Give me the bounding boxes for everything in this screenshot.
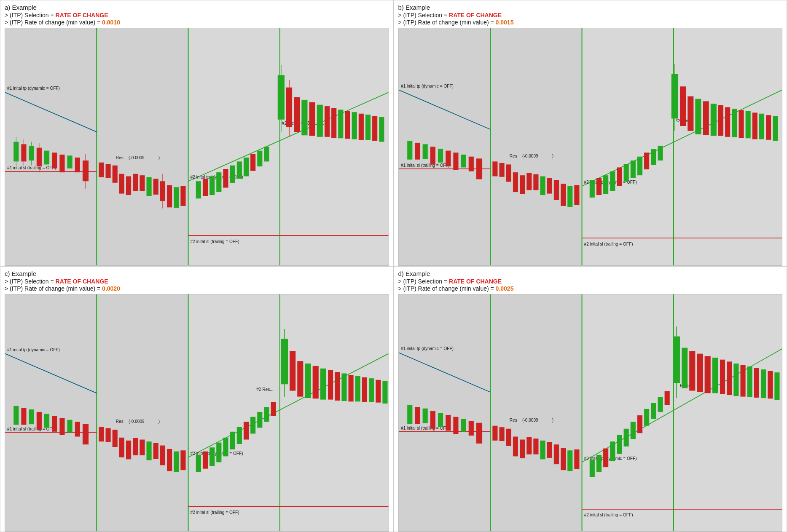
panel-b-line2: > (ITP) Rate of change (min value) = 0.0… <box>398 19 783 26</box>
svg-rect-276 <box>697 353 703 392</box>
svg-rect-44 <box>147 177 152 196</box>
svg-rect-248 <box>506 428 511 446</box>
svg-rect-199 <box>257 412 262 428</box>
svg-rect-80 <box>372 116 377 141</box>
svg-rect-218 <box>382 381 387 404</box>
svg-rect-242 <box>453 417 458 434</box>
svg-rect-178 <box>105 428 110 442</box>
svg-rect-190 <box>196 454 201 472</box>
panel-d: d) Example > (ITP) Selection = RATE OF C… <box>394 266 787 532</box>
svg-rect-124 <box>603 175 608 194</box>
svg-rect-268 <box>651 403 656 419</box>
svg-rect-198 <box>250 417 255 433</box>
svg-rect-287 <box>774 372 779 400</box>
svg-rect-209 <box>320 368 326 399</box>
svg-rect-55 <box>216 172 221 192</box>
svg-rect-285 <box>760 369 766 398</box>
svg-rect-126 <box>617 167 622 186</box>
svg-text:(-0.0009: (-0.0009 <box>129 155 145 160</box>
svg-text:(-0.0009: (-0.0009 <box>522 153 538 158</box>
svg-rect-180 <box>119 437 124 457</box>
svg-rect-72 <box>317 105 323 137</box>
panel-c-roc: 0.0020 <box>102 285 120 292</box>
svg-rect-143 <box>732 109 737 137</box>
svg-rect-102 <box>430 147 435 164</box>
svg-rect-239 <box>430 411 435 428</box>
svg-rect-46 <box>160 181 165 201</box>
panel-c-line2: > (ITP) Rate of change (min value) = 0.0… <box>5 285 389 292</box>
svg-rect-26 <box>37 148 42 167</box>
svg-text:#2 inital sl (trailing = OFF): #2 inital sl (trailing = OFF) <box>191 509 239 515</box>
svg-rect-74 <box>331 108 336 138</box>
svg-rect-255 <box>553 444 559 464</box>
svg-rect-122 <box>589 180 594 198</box>
svg-rect-257 <box>567 450 572 471</box>
svg-rect-101 <box>422 144 427 159</box>
svg-rect-188 <box>174 451 179 472</box>
svg-rect-215 <box>362 377 367 402</box>
svg-rect-205 <box>290 351 295 390</box>
svg-text:#1 inital sl (trailing = OFF): #1 inital sl (trailing = OFF) <box>7 165 56 170</box>
svg-rect-283 <box>747 366 752 397</box>
svg-rect-127 <box>623 164 629 182</box>
svg-rect-167 <box>13 406 19 425</box>
panel-b-header: b) Example > (ITP) Selection = RATE OF C… <box>398 4 783 26</box>
svg-rect-237 <box>415 407 420 424</box>
svg-rect-131 <box>651 149 656 165</box>
svg-rect-128 <box>630 160 635 178</box>
svg-rect-194 <box>223 437 228 456</box>
panel-b: b) Example > (ITP) Selection = RATE OF C… <box>394 0 787 266</box>
svg-rect-245 <box>476 422 482 443</box>
svg-rect-170 <box>37 412 42 429</box>
svg-text:#2 inital sl (trailing = OFF): #2 inital sl (trailing = OFF) <box>191 238 239 244</box>
svg-rect-168 <box>21 408 26 425</box>
panel-d-header: d) Example > (ITP) Selection = RATE OF C… <box>398 270 783 292</box>
panel-d-title: d) Example <box>398 270 783 277</box>
svg-rect-114 <box>526 173 532 190</box>
svg-text:#1 inital tp (dynamic = OFF): #1 inital tp (dynamic = OFF) <box>7 86 60 91</box>
svg-rect-275 <box>689 351 695 390</box>
svg-text:Res: Res <box>509 153 517 158</box>
svg-rect-216 <box>369 378 374 402</box>
svg-rect-45 <box>153 179 158 195</box>
panel-c-svg: #1 inital tp (dynamic = OFF) #1 inital s… <box>5 294 389 532</box>
panel-a-line2: > (ITP) Rate of change (min value) = 0.0… <box>5 19 389 26</box>
panel-a-header: a) Example > (ITP) Selection = RATE OF C… <box>5 4 389 26</box>
svg-rect-141 <box>718 105 723 136</box>
svg-rect-240 <box>438 413 443 427</box>
panel-a-svg: #1 inital tp (dynamic = OFF) #1 inital s… <box>5 28 389 265</box>
svg-rect-270 <box>664 391 669 405</box>
svg-rect-119 <box>561 184 566 206</box>
svg-rect-212 <box>341 373 346 401</box>
svg-rect-171 <box>44 414 49 428</box>
svg-rect-277 <box>704 356 710 393</box>
panel-c-line1: > (ITP) Selection = RATE OF CHANGE <box>5 278 389 285</box>
svg-rect-173 <box>59 417 64 435</box>
panel-d-line2: > (ITP) Rate of change (min value) = 0.0… <box>398 285 783 292</box>
panel-d-svg: #1 inital tp (dynamic = OFF) #1 inital s… <box>399 294 782 532</box>
panel-c-selection: RATE OF CHANGE <box>56 278 108 285</box>
svg-rect-269 <box>658 397 663 412</box>
svg-rect-206 <box>297 361 303 396</box>
svg-text:#2 Res...: #2 Res... <box>256 386 273 391</box>
svg-rect-105 <box>453 152 458 170</box>
svg-text:#2 inital sl (trailing = OFF): #2 inital sl (trailing = OFF) <box>584 241 633 246</box>
svg-rect-76 <box>345 111 350 139</box>
svg-rect-39 <box>113 166 118 183</box>
svg-rect-208 <box>313 366 319 398</box>
svg-rect-29 <box>44 151 49 165</box>
svg-text:(-0.0009: (-0.0009 <box>522 417 538 422</box>
svg-rect-179 <box>113 430 118 447</box>
svg-rect-192 <box>210 447 215 466</box>
svg-rect-1 <box>188 28 389 265</box>
svg-text:): ) <box>552 417 553 422</box>
svg-rect-256 <box>561 448 566 470</box>
svg-rect-38 <box>105 164 110 178</box>
svg-rect-121 <box>574 185 579 205</box>
panel-b-chart: #1 inital tp (dynamic = OFF) #1 inital s… <box>398 28 783 266</box>
svg-rect-260 <box>596 454 601 472</box>
svg-rect-243 <box>461 419 466 431</box>
svg-rect-187 <box>167 449 172 471</box>
svg-rect-202 <box>281 339 288 384</box>
svg-rect-146 <box>752 112 757 139</box>
